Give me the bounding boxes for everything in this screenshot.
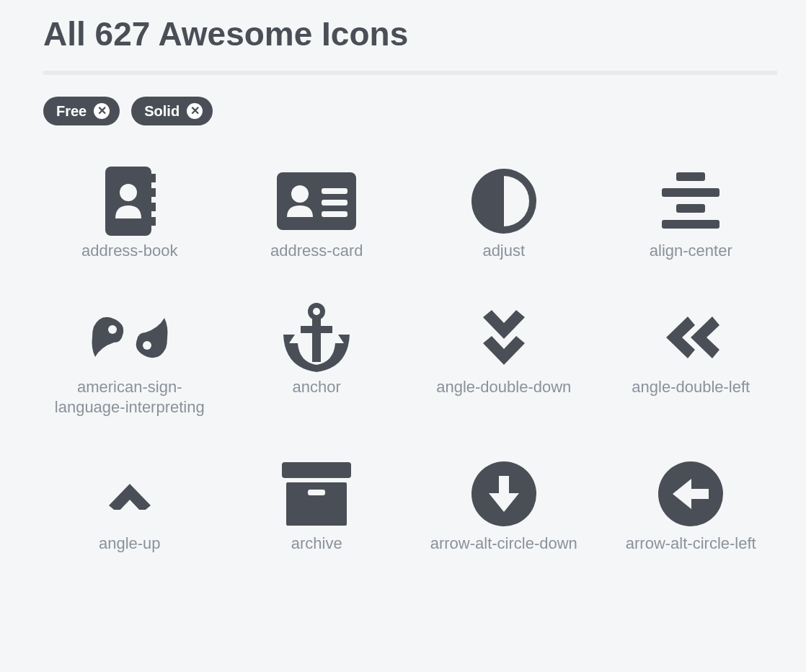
american-sign-language-interpreting-icon [87,298,173,377]
svg-point-17 [143,341,151,350]
icon-item-angle-up[interactable]: angle-up [43,447,216,562]
svg-rect-4 [151,217,156,226]
archive-icon [282,454,351,534]
svg-rect-20 [312,319,321,362]
icon-item-adjust[interactable]: adjust [417,154,590,269]
close-icon[interactable]: ✕ [187,103,203,119]
icon-label: address-book [81,241,177,262]
icon-label: align-center [650,241,732,262]
svg-rect-3 [151,203,156,211]
filter-bar: Free ✕ Solid ✕ [43,97,777,125]
address-book-icon [101,162,159,241]
svg-point-7 [291,185,309,203]
svg-point-16 [108,325,117,334]
icon-label: arrow-alt-circle-left [626,534,756,554]
icon-label: arrow-alt-circle-down [430,534,577,554]
icon-label: angle-up [99,534,161,554]
page-title: All 627 Awesome Icons [43,14,777,53]
arrow-alt-circle-down-icon [471,454,536,534]
icon-label: address-card [270,241,363,262]
icon-item-archive[interactable]: archive [231,447,404,562]
icon-item-align-center[interactable]: align-center [605,154,778,269]
address-card-icon [277,162,356,241]
svg-rect-10 [322,211,347,217]
svg-rect-23 [286,482,347,526]
divider [43,71,777,75]
icon-label: anchor [293,377,341,398]
svg-rect-2 [151,188,156,197]
filter-pill-solid[interactable]: Solid ✕ [131,97,213,125]
svg-rect-22 [282,462,351,478]
svg-rect-14 [676,204,705,213]
icon-item-angle-double-left[interactable]: angle-double-left [605,291,778,425]
svg-rect-13 [662,188,719,197]
align-center-icon [658,162,723,241]
anchor-icon [280,298,353,377]
arrow-alt-circle-left-icon [658,454,723,534]
adjust-icon [471,162,536,241]
filter-label: Free [56,103,87,120]
icon-item-anchor[interactable]: anchor [231,291,404,425]
icon-item-arrow-alt-circle-down[interactable]: arrow-alt-circle-down [417,447,590,562]
svg-rect-8 [322,188,347,194]
icon-label: angle-double-left [632,377,750,398]
svg-rect-24 [308,490,325,495]
icon-item-address-book[interactable]: address-book [43,154,216,269]
icon-item-angle-double-down[interactable]: angle-double-down [417,291,590,425]
svg-rect-9 [322,200,347,205]
icon-label: american-sign-language-interpreting [50,377,209,418]
icon-label: angle-double-down [436,377,571,398]
close-icon[interactable]: ✕ [94,103,110,119]
angle-up-icon [105,454,155,534]
svg-rect-21 [301,326,332,333]
svg-rect-1 [151,174,156,182]
svg-point-19 [313,308,320,315]
filter-label: Solid [144,103,180,120]
svg-rect-15 [662,220,719,229]
svg-rect-12 [676,172,705,181]
icon-grid: address-book address-card adjust [43,154,777,561]
angle-double-left-icon [662,298,719,377]
angle-double-down-icon [479,298,529,377]
icon-item-arrow-alt-circle-left[interactable]: arrow-alt-circle-left [605,447,778,562]
icon-item-american-sign-language-interpreting[interactable]: american-sign-language-interpreting [43,291,216,425]
icon-label: archive [291,534,342,554]
filter-pill-free[interactable]: Free ✕ [43,97,120,125]
icon-item-address-card[interactable]: address-card [231,154,404,269]
icon-label: adjust [482,241,525,262]
svg-point-5 [120,184,137,201]
